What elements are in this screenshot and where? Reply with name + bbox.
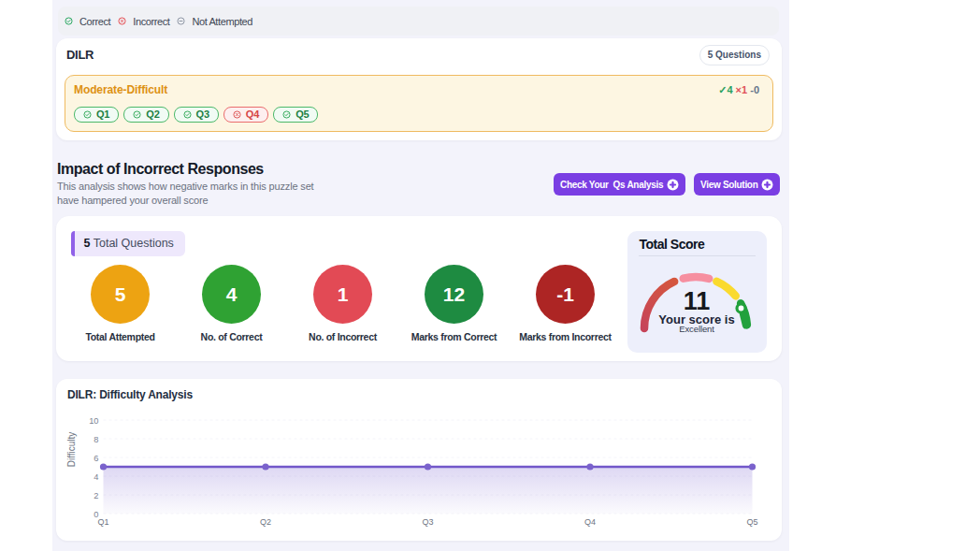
svg-text:4: 4 xyxy=(94,472,98,482)
svg-text:2: 2 xyxy=(94,491,98,500)
svg-text:10: 10 xyxy=(89,416,98,426)
svg-text:8: 8 xyxy=(94,435,98,444)
svg-text:Q5: Q5 xyxy=(746,517,757,527)
svg-text:Q1: Q1 xyxy=(97,517,108,527)
svg-text:Q3: Q3 xyxy=(422,517,433,527)
svg-text:Q2: Q2 xyxy=(260,517,271,527)
svg-text:Q4: Q4 xyxy=(584,517,596,527)
svg-text:6: 6 xyxy=(94,454,98,463)
